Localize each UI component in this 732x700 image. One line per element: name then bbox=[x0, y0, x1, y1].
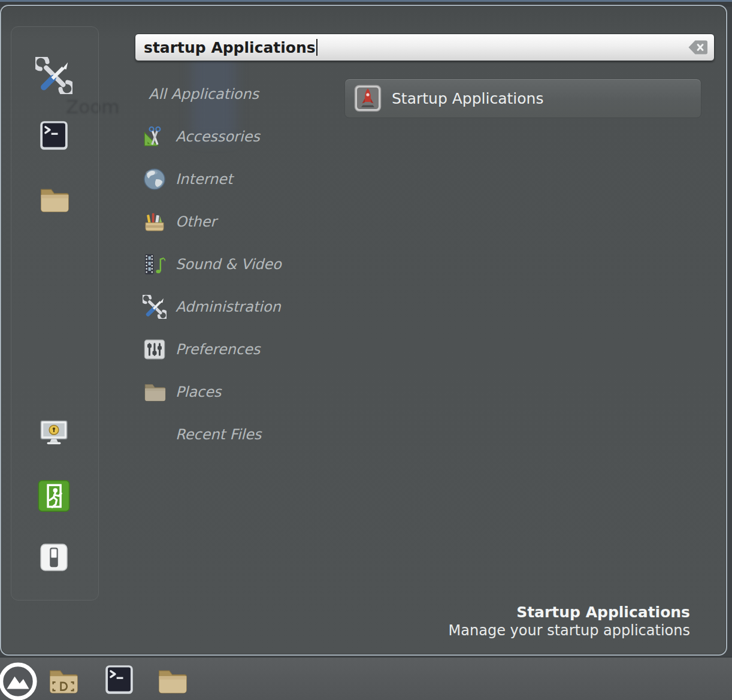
terminal-button[interactable] bbox=[38, 120, 69, 151]
selection-info: Startup Applications Manage your startup… bbox=[449, 603, 690, 640]
category-label: Recent Files bbox=[176, 426, 261, 443]
search-result-startup-applications[interactable]: Startup Applications bbox=[344, 79, 701, 118]
category-label: Internet bbox=[176, 171, 232, 188]
lock-screen-icon bbox=[38, 418, 70, 448]
files-launcher[interactable] bbox=[153, 665, 190, 697]
rocket-icon bbox=[353, 84, 382, 113]
category-label: Other bbox=[176, 213, 216, 230]
stationery-box-icon bbox=[143, 210, 167, 234]
result-label: Startup Applications bbox=[392, 90, 543, 107]
category-administration[interactable]: Administration bbox=[141, 285, 345, 328]
logout-button[interactable] bbox=[37, 479, 71, 513]
lock-screen-button[interactable] bbox=[38, 418, 70, 448]
category-label: Preferences bbox=[176, 341, 260, 358]
internet-globe-icon bbox=[143, 167, 167, 191]
desktop-folder-icon bbox=[45, 665, 81, 697]
desktop-folder-launcher[interactable] bbox=[45, 665, 81, 697]
shutdown-icon bbox=[39, 542, 69, 573]
category-label: Places bbox=[176, 384, 221, 400]
shutdown-button[interactable] bbox=[39, 542, 69, 573]
logout-icon bbox=[37, 479, 71, 513]
category-accessories[interactable]: Accessories bbox=[141, 115, 345, 158]
menu-button[interactable] bbox=[0, 662, 38, 700]
text-cursor bbox=[316, 39, 317, 56]
terminal-launcher[interactable] bbox=[104, 662, 135, 697]
category-sound-video[interactable]: Sound & Video bbox=[141, 243, 345, 285]
terminal-icon bbox=[104, 662, 135, 697]
category-label: Administration bbox=[176, 298, 281, 315]
terminal-icon bbox=[38, 120, 69, 151]
clear-search-button[interactable] bbox=[688, 40, 708, 56]
category-list: All Applications Accessories Internet Ot… bbox=[141, 73, 345, 455]
category-all-applications[interactable]: All Applications bbox=[141, 73, 345, 115]
category-recent-files[interactable]: Recent Files bbox=[141, 413, 345, 455]
category-label: Accessories bbox=[176, 128, 260, 145]
system-settings-button[interactable] bbox=[35, 56, 73, 95]
accessories-scissors-icon bbox=[143, 125, 167, 149]
selection-subtitle: Manage your startup applications bbox=[449, 621, 690, 640]
backspace-clear-icon bbox=[688, 40, 708, 56]
file-manager-folder-icon bbox=[37, 183, 71, 216]
category-places[interactable]: Places bbox=[141, 370, 345, 413]
film-note-icon bbox=[143, 252, 167, 276]
menu-mountain-logo bbox=[0, 662, 38, 700]
category-label: All Applications bbox=[149, 86, 259, 102]
search-input[interactable]: startup Applications bbox=[135, 34, 715, 61]
category-internet[interactable]: Internet bbox=[141, 158, 345, 200]
places-folder-icon bbox=[143, 380, 167, 404]
selection-title: Startup Applications bbox=[449, 603, 690, 621]
admin-tools-icon bbox=[143, 295, 167, 319]
file-manager-button[interactable] bbox=[37, 183, 71, 216]
category-other[interactable]: Other bbox=[141, 200, 345, 243]
category-label: Sound & Video bbox=[176, 256, 282, 273]
search-input-value: startup Applications bbox=[144, 39, 316, 56]
desktop: Zoom startup Applications All Applicatio… bbox=[0, 0, 732, 700]
folder-icon bbox=[153, 665, 190, 697]
favorites-sidebar bbox=[11, 26, 99, 601]
system-tools-icon bbox=[35, 57, 72, 94]
category-preferences[interactable]: Preferences bbox=[141, 328, 345, 370]
taskbar bbox=[0, 657, 732, 700]
sliders-icon bbox=[143, 337, 167, 361]
